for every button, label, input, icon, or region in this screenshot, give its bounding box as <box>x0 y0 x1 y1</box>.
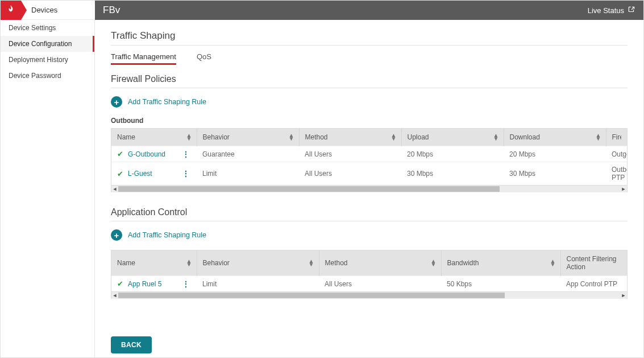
tab-label: QoS <box>197 52 211 61</box>
section-title-traffic-shaping: Traffic Shaping <box>111 30 628 46</box>
sidebar-item-deployment-history[interactable]: Deployment History <box>1 52 94 68</box>
cell-method: All Users <box>299 146 401 162</box>
tab-qos[interactable]: QoS <box>197 52 211 65</box>
kebab-icon[interactable]: ⋮ <box>182 150 190 159</box>
cell-behavior: Limit <box>197 276 319 292</box>
check-icon: ✔ <box>117 150 123 158</box>
main-content: Traffic Shaping Traffic Management QoS F… <box>95 20 643 357</box>
back-button-label: BACK <box>121 341 142 349</box>
cell-upload: 20 Mbps <box>401 146 504 162</box>
kebab-icon[interactable]: ⋮ <box>182 169 190 178</box>
sort-icon: ▲▼ <box>309 260 314 266</box>
scroll-right-icon[interactable]: ► <box>620 186 627 192</box>
sort-icon: ▲▼ <box>289 134 294 141</box>
cell-method: All Users <box>319 276 441 292</box>
sidebar-item-label: Device Configuration <box>9 40 72 48</box>
sidebar-item-device-configuration[interactable]: Device Configuration <box>1 36 94 52</box>
scroll-left-icon[interactable]: ◄ <box>111 292 118 299</box>
section-title-application-control: Application Control <box>111 207 628 221</box>
horizontal-scrollbar[interactable]: ◄ ► <box>111 291 627 298</box>
cell-method: All Users <box>299 162 401 186</box>
breadcrumb-label: Devices <box>31 6 57 14</box>
col-name[interactable]: Name▲▼ <box>111 250 197 276</box>
sort-icon: ▲▼ <box>493 134 499 141</box>
group-label-outbound: Outbound <box>111 117 628 125</box>
section-title-firewall-policies: Firewall Policies <box>111 74 628 88</box>
back-button[interactable]: BACK <box>111 336 152 353</box>
external-link-icon <box>628 6 635 15</box>
kebab-icon[interactable]: ⋮ <box>182 279 190 289</box>
col-behavior[interactable]: Behavior▲▼ <box>197 129 299 146</box>
add-rule-label: Add Traffic Shaping Rule <box>128 231 206 239</box>
live-status-label: Live Status <box>588 6 624 15</box>
horizontal-scrollbar[interactable]: ◄ ► <box>111 185 627 192</box>
sort-icon: ▲▼ <box>550 260 556 266</box>
table-row: ✔ G-Outbound ⋮ Guarantee All Users 20 Mb… <box>111 146 627 162</box>
col-content-filtering-action[interactable]: Content Filtering Action <box>560 250 627 276</box>
check-icon: ✔ <box>117 170 123 178</box>
cell-download: 20 Mbps <box>504 146 606 162</box>
add-appcontrol-rule-button[interactable]: + Add Traffic Shaping Rule <box>111 229 628 241</box>
sidebar-item-device-password[interactable]: Device Password <box>1 68 94 84</box>
sidebar-item-device-settings[interactable]: Device Settings <box>1 20 94 36</box>
plus-icon: + <box>111 229 122 241</box>
plus-icon: + <box>111 96 122 108</box>
sidebar-item-label: Deployment History <box>9 56 68 64</box>
sort-icon: ▲▼ <box>186 260 192 266</box>
cell-bandwidth: 50 Kbps <box>441 276 560 292</box>
tab-label: Traffic Management <box>111 52 176 61</box>
sort-icon: ▲▼ <box>596 134 601 141</box>
cell-upload: 30 Mbps <box>401 162 504 186</box>
col-upload[interactable]: Upload▲▼ <box>401 129 504 146</box>
cell-behavior: Limit <box>197 162 299 186</box>
sort-icon: ▲▼ <box>186 134 192 141</box>
table-row: ✔ L-Guest ⋮ Limit All Users 30 Mbps 30 M… <box>111 162 627 186</box>
col-download[interactable]: Download▲▼ <box>504 129 606 146</box>
cell-behavior: Guarantee <box>197 146 299 162</box>
col-name[interactable]: Name▲▼ <box>111 129 197 146</box>
appcontrol-table: Name▲▼ Behavior▲▼ Method▲▼ Bandwidth▲▼ C… <box>111 250 628 299</box>
col-behavior[interactable]: Behavior▲▼ <box>197 250 319 276</box>
fire-icon <box>7 5 15 16</box>
cell-policy: Outbound PTP <box>606 162 627 186</box>
scroll-right-icon[interactable]: ► <box>620 292 627 299</box>
cell-policy: Outgoing <box>606 146 627 162</box>
col-method[interactable]: Method▲▼ <box>299 129 401 146</box>
sidebar-item-label: Device Password <box>9 72 61 80</box>
rule-name-link[interactable]: App Ruel 5 <box>128 280 161 288</box>
firewall-crumb-icon[interactable] <box>1 1 21 20</box>
cell-action: App Control PTP <box>560 276 627 292</box>
rule-name-link[interactable]: G-Outbound <box>128 150 165 158</box>
breadcrumb-devices[interactable]: Devices <box>21 1 95 20</box>
table-row: ✔ App Ruel 5 ⋮ Limit All Users 50 Kbps A… <box>111 276 627 292</box>
tab-traffic-management[interactable]: Traffic Management <box>111 52 176 65</box>
cell-download: 30 Mbps <box>504 162 606 186</box>
sidebar-item-label: Device Settings <box>9 24 56 32</box>
scroll-left-icon[interactable]: ◄ <box>111 186 118 192</box>
check-icon: ✔ <box>117 279 123 288</box>
sort-icon: ▲▼ <box>431 260 437 266</box>
add-firewall-rule-button[interactable]: + Add Traffic Shaping Rule <box>111 96 628 108</box>
sort-icon: ▲▼ <box>391 134 397 141</box>
col-method[interactable]: Method▲▼ <box>319 250 441 276</box>
col-bandwidth[interactable]: Bandwidth▲▼ <box>441 250 560 276</box>
sidebar: Device Settings Device Configuration Dep… <box>1 20 95 357</box>
live-status-link[interactable]: Live Status <box>588 6 635 15</box>
add-rule-label: Add Traffic Shaping Rule <box>128 98 206 106</box>
col-firewall-policies[interactable]: Firewall Policies <box>606 129 627 146</box>
rule-name-link[interactable]: L-Guest <box>128 170 152 178</box>
page-title: FBv <box>103 5 120 16</box>
firewall-table: Name▲▼ Behavior▲▼ Method▲▼ Upload▲▼ Down… <box>111 128 628 192</box>
